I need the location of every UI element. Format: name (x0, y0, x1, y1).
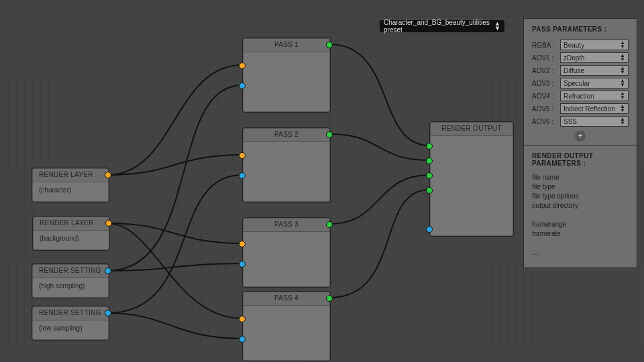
param-value: Refraction (564, 93, 594, 100)
node-render-layer-character[interactable]: RENDER LAYER (character) (32, 168, 109, 202)
panel-pass-parameters: PASS PARAMETERS : RGBA :Beauty▲▼AOV1 :zD… (523, 18, 637, 152)
param-row: RGBA :Beauty▲▼ (532, 40, 629, 50)
param-key: AOV2 : (532, 67, 560, 74)
port-in-blue[interactable] (239, 82, 246, 89)
param-key: AOV4 : (532, 93, 560, 100)
port-in-4[interactable] (426, 187, 433, 194)
panel-heading: PASS PARAMETERS : (532, 25, 629, 33)
port-out-orange[interactable] (105, 220, 112, 227)
output-param-item: framerate (532, 230, 629, 237)
output-param-item: file type (532, 183, 629, 190)
port-in-blue[interactable] (239, 336, 246, 343)
dropdown-arrows-icon: ▲▼ (620, 117, 625, 125)
port-in-3[interactable] (426, 172, 433, 179)
node-pass-2[interactable]: PASS 2 (242, 127, 331, 202)
param-value: Beauty (564, 42, 584, 49)
param-select[interactable]: Beauty▲▼ (560, 40, 629, 50)
preset-label: Character_and_BG_beauty_utilities preset (384, 19, 494, 34)
port-in-settings[interactable] (426, 226, 433, 233)
param-row: AOV6 :SSS▲▼ (532, 116, 629, 127)
output-param-item (532, 239, 629, 247)
node-render-output[interactable]: RENDER OUTPUT (429, 121, 514, 237)
port-in-blue[interactable] (239, 172, 246, 179)
node-title: PASS 4 (243, 292, 330, 306)
param-key: AOV6 : (532, 118, 560, 125)
add-aov-button[interactable]: + (575, 131, 586, 141)
node-title: RENDER OUTPUT (430, 122, 513, 136)
param-select[interactable]: zDepth▲▼ (560, 52, 629, 63)
param-value: zDepth (564, 54, 585, 62)
dropdown-arrows-icon: ▲▼ (620, 92, 625, 100)
node-subtitle: (low sampling) (32, 320, 109, 336)
node-subtitle: (character) (32, 182, 109, 198)
port-out-green[interactable] (326, 131, 333, 138)
output-param-item: framerange (532, 221, 629, 228)
param-select[interactable]: Refraction▲▼ (560, 90, 629, 101)
node-title: RENDER SETTING (32, 264, 109, 278)
param-row: AOV1 :zDepth▲▼ (532, 52, 629, 63)
param-row: AOV4 :Refraction▲▼ (532, 90, 629, 101)
port-in-2[interactable] (426, 158, 433, 164)
node-render-layer-background[interactable]: RENDER LAYER (background) (32, 216, 110, 251)
node-pass-3[interactable]: PASS 3 (242, 217, 331, 288)
port-out-blue[interactable] (105, 267, 111, 274)
port-out-green[interactable] (326, 295, 333, 302)
param-value: Indiect Reflection (564, 105, 615, 113)
node-title: RENDER LAYER (33, 217, 109, 231)
param-key: AOV5 : (532, 105, 560, 113)
param-row: AOV2 :Diffuse▲▼ (532, 65, 629, 76)
node-title: RENDER LAYER (32, 168, 109, 182)
dropdown-arrows-icon: ▲▼ (620, 105, 625, 113)
param-key: AOV1 : (532, 54, 560, 62)
node-render-setting-high[interactable]: RENDER SETTING (high sampling) (32, 263, 109, 298)
port-in-orange[interactable] (239, 241, 246, 247)
output-param-item: … (532, 249, 629, 256)
node-title: PASS 2 (243, 128, 330, 142)
dropdown-arrows-icon: ▲▼ (494, 21, 500, 31)
param-select[interactable]: Diffuse▲▼ (560, 65, 629, 76)
param-key: AOV3 : (532, 80, 560, 87)
param-select[interactable]: Specular▲▼ (560, 78, 629, 88)
param-value: Specular (564, 80, 590, 87)
node-pass-1[interactable]: PASS 1 (242, 38, 331, 113)
dropdown-arrows-icon: ▲▼ (620, 66, 625, 74)
param-value: SSS (564, 118, 577, 125)
output-param-item (532, 211, 629, 219)
port-in-orange[interactable] (239, 62, 246, 69)
panel-heading: RENDER OUTPUT PARAMETERS : (532, 152, 629, 167)
port-out-green[interactable] (326, 221, 333, 228)
dropdown-arrows-icon: ▲▼ (620, 79, 625, 87)
port-in-blue[interactable] (239, 261, 246, 267)
param-select[interactable]: SSS▲▼ (560, 116, 629, 127)
node-subtitle: (background) (33, 231, 109, 246)
node-title: PASS 3 (243, 218, 330, 232)
port-in-1[interactable] (426, 143, 433, 149)
node-subtitle: (high sampling) (32, 278, 109, 294)
node-pass-4[interactable]: PASS 4 (242, 291, 331, 361)
output-param-item: file name (532, 174, 629, 181)
output-param-item: file type options (532, 192, 629, 200)
node-title: RENDER SETTING (32, 306, 109, 320)
port-out-blue[interactable] (105, 310, 111, 316)
param-key: RGBA : (532, 42, 560, 49)
dropdown-arrows-icon: ▲▼ (620, 41, 625, 49)
preset-dropdown[interactable]: Character_and_BG_beauty_utilities preset… (380, 20, 504, 32)
port-out-green[interactable] (326, 42, 333, 48)
port-in-orange[interactable] (239, 316, 246, 322)
port-in-orange[interactable] (239, 152, 246, 159)
node-render-setting-low[interactable]: RENDER SETTING (low sampling) (32, 306, 109, 341)
port-out-orange[interactable] (105, 172, 111, 178)
panel-output-parameters: RENDER OUTPUT PARAMETERS : file namefile… (523, 145, 637, 268)
param-select[interactable]: Indiect Reflection▲▼ (560, 103, 629, 114)
param-row: AOV3 :Specular▲▼ (532, 78, 629, 88)
param-row: AOV5 :Indiect Reflection▲▼ (532, 103, 629, 114)
node-title: PASS 1 (243, 38, 330, 52)
dropdown-arrows-icon: ▲▼ (620, 54, 625, 62)
output-param-item: output directory (532, 202, 629, 209)
param-value: Diffuse (564, 67, 584, 74)
